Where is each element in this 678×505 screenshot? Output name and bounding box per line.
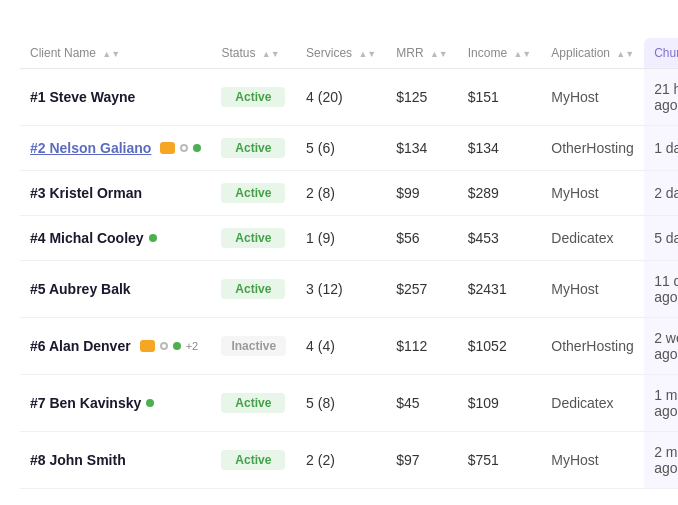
table-row: #2 Nelson GalianoActive5 (6)$134$134Othe… [20,126,678,171]
services-value: 4 (20) [296,69,386,126]
sort-icon: ▲▼ [616,51,634,57]
client-name: #1 Steve Wayne [30,89,135,105]
status-dot-outline-icon [180,144,188,152]
churned-time-value: 2 days ago [644,171,678,216]
col-status[interactable]: Status ▲▼ [211,38,296,69]
sort-icon: ▲▼ [513,51,531,57]
services-value: 2 (8) [296,171,386,216]
table-header-row: Client Name ▲▼ Status ▲▼ Services ▲▼ MRR… [20,38,678,69]
client-name: #3 Kristel Orman [30,185,142,201]
table-row: #3 Kristel OrmanActive2 (8)$99$289MyHost… [20,171,678,216]
income-value: $289 [458,171,542,216]
status-badge: Active [221,228,285,248]
application-value: MyHost [541,261,644,318]
sort-icon: ▲▼ [430,51,448,57]
client-name: #7 Ben Kavinsky [30,395,141,411]
table-row: #5 Aubrey BalkActive3 (12)$257$2431MyHos… [20,261,678,318]
main-container: Client Name ▲▼ Status ▲▼ Services ▲▼ MRR… [0,0,678,505]
chat-icon[interactable] [160,142,175,154]
table-row: #1 Steve WayneActive4 (20)$125$151MyHost… [20,69,678,126]
table-row: #6 Alan Denver+2Inactive4 (4)$112$1052Ot… [20,318,678,375]
income-value: $1052 [458,318,542,375]
services-value: 5 (6) [296,126,386,171]
status-badge: Active [221,138,285,158]
services-value: 5 (8) [296,375,386,432]
sort-icon: ▲▼ [102,51,120,57]
income-value: $2431 [458,261,542,318]
col-client-name[interactable]: Client Name ▲▼ [20,38,211,69]
client-name: #5 Aubrey Balk [30,281,131,297]
status-badge: Active [221,279,285,299]
col-mrr[interactable]: MRR ▲▼ [386,38,458,69]
application-value: MyHost [541,171,644,216]
mrr-value: $97 [386,432,458,489]
services-value: 1 (9) [296,216,386,261]
application-value: OtherHosting [541,126,644,171]
customers-table: Client Name ▲▼ Status ▲▼ Services ▲▼ MRR… [20,38,678,489]
status-badge: Active [221,183,285,203]
churned-time-value: 1 day ago [644,126,678,171]
col-services[interactable]: Services ▲▼ [296,38,386,69]
col-application[interactable]: Application ▲▼ [541,38,644,69]
application-value: Dedicatex [541,375,644,432]
client-name: #8 John Smith [30,452,126,468]
more-badge[interactable]: +2 [186,340,199,352]
status-badge: Inactive [221,336,286,356]
client-name: #4 Michal Cooley [30,230,144,246]
mrr-value: $112 [386,318,458,375]
status-dot-green-icon [149,234,157,242]
income-value: $151 [458,69,542,126]
client-name: #6 Alan Denver [30,338,131,354]
chat-icon[interactable] [140,340,155,352]
income-value: $751 [458,432,542,489]
services-value: 3 (12) [296,261,386,318]
table-row: #8 John SmithActive2 (2)$97$751MyHost2 m… [20,432,678,489]
income-value: $453 [458,216,542,261]
col-churned[interactable]: Churned ▲▼ [644,38,678,69]
sort-icon: ▲▼ [262,51,280,57]
status-dot-green-icon [146,399,154,407]
status-badge: Active [221,393,285,413]
application-value: MyHost [541,432,644,489]
mrr-value: $257 [386,261,458,318]
mrr-value: $56 [386,216,458,261]
services-value: 2 (2) [296,432,386,489]
status-badge: Active [221,87,285,107]
mrr-value: $45 [386,375,458,432]
mrr-value: $134 [386,126,458,171]
col-income[interactable]: Income ▲▼ [458,38,542,69]
churned-time-value: 21 hours ago [644,69,678,126]
services-value: 4 (4) [296,318,386,375]
table-row: #4 Michal CooleyActive1 (9)$56$453Dedica… [20,216,678,261]
churned-time-value: 5 days ago [644,216,678,261]
churned-time-value: 1 month ago [644,375,678,432]
churned-time-value: 2 months ago [644,432,678,489]
mrr-value: $99 [386,171,458,216]
churned-time-value: 2 weeks ago [644,318,678,375]
sort-icon: ▲▼ [358,51,376,57]
mrr-value: $125 [386,69,458,126]
application-value: OtherHosting [541,318,644,375]
churned-time-value: 11 days ago [644,261,678,318]
status-dot-green-icon [173,342,181,350]
client-name[interactable]: #2 Nelson Galiano [30,140,151,156]
table-row: #7 Ben KavinskyActive5 (8)$45$109Dedicat… [20,375,678,432]
status-badge: Active [221,450,285,470]
application-value: MyHost [541,69,644,126]
income-value: $109 [458,375,542,432]
income-value: $134 [458,126,542,171]
status-dot-green-icon [193,144,201,152]
application-value: Dedicatex [541,216,644,261]
status-dot-outline-icon [160,342,168,350]
